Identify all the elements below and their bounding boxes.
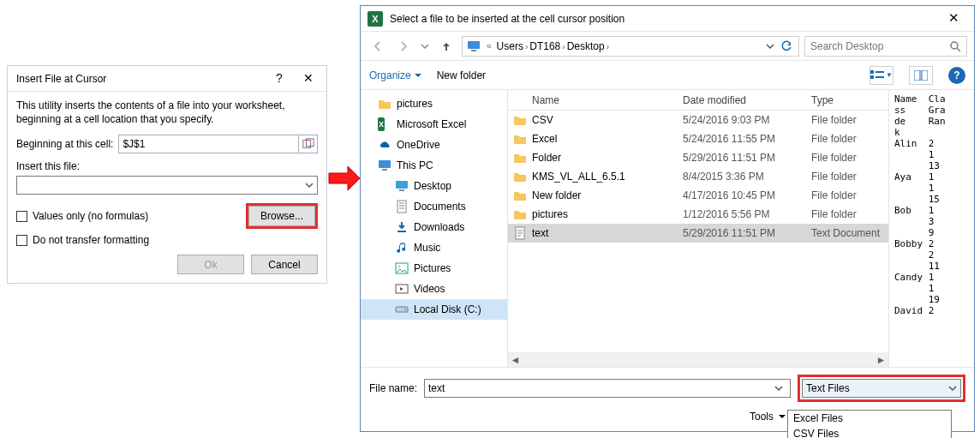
scroll-right-icon[interactable]: ► [874,352,888,367]
pictures-icon [395,261,409,275]
organize-button[interactable]: Organize [369,69,421,81]
file-dialog-footer: File name: Text Files Excel FilesCSV Fil… [361,367,974,431]
file-row[interactable]: CSV5/24/2016 9:03 PMFile folder [508,111,888,129]
filename-input[interactable] [425,382,774,394]
tree-item[interactable]: Videos [361,279,507,299]
cancel-button[interactable]: Cancel [251,255,318,274]
file-dialog-titlebar[interactable]: X Select a file to be inserted at the ce… [361,6,974,32]
recent-locations-button[interactable] [419,36,431,57]
tree-item[interactable]: Desktop [361,176,507,196]
tree-item[interactable]: Pictures [361,258,507,279]
tree-item[interactable]: Local Disk (C:) [361,299,507,320]
svg-rect-13 [382,169,387,171]
address-bar-row: « Users›DT168›Desktop› Search Desktop [361,32,974,61]
file-row[interactable]: Folder5/29/2016 11:51 PMFile folder [508,148,888,167]
file-type: File folder [811,133,888,145]
no-format-checkbox[interactable]: Do not transfer formatting [16,234,318,246]
ok-button[interactable]: Ok [177,255,244,274]
breadcrumb[interactable]: « Users›DT168›Desktop› [462,36,799,57]
view-mode-button[interactable]: ▼ [869,66,893,85]
file-name: pictures [532,208,683,220]
file-name: CSV [532,114,683,126]
folder-icon [508,113,532,127]
file-name: text [532,227,683,239]
help-icon[interactable]: ? [948,67,965,84]
col-type[interactable]: Type [811,94,888,106]
file-type: File folder [811,152,888,164]
filetype-option[interactable]: Excel Files [788,411,951,426]
file-row[interactable]: KMS_VL_ALL_6.5.18/4/2015 3:36 PMFile fol… [508,167,888,186]
tree-item-label: Microsoft Excel [397,118,466,130]
col-date[interactable]: Date modified [683,94,811,106]
tree-item[interactable]: Downloads [361,217,507,237]
file-name: New folder [532,189,683,201]
file-row[interactable]: Excel5/24/2016 11:55 PMFile folder [508,129,888,148]
browse-button[interactable]: Browse... [248,206,315,226]
nav-back-button[interactable] [368,36,388,57]
close-button[interactable]: ✕ [294,69,323,89]
insert-file-combo[interactable] [16,176,318,195]
svg-rect-8 [875,71,884,73]
values-only-checkbox[interactable]: Values only (no formulas) [16,210,148,222]
svg-rect-15 [399,189,404,191]
column-headers[interactable]: Name Date modified Type [508,90,888,111]
insert-file-label: Insert this file: [16,160,80,172]
refresh-icon[interactable] [778,36,795,57]
file-type: File folder [811,189,888,201]
close-button[interactable]: ✕ [936,9,971,29]
nav-up-button[interactable] [436,36,457,57]
help-button[interactable]: ? [265,69,294,89]
tree-item[interactable]: XMicrosoft Excel [361,114,507,135]
chevron-down-icon[interactable] [302,177,317,194]
text-file-icon [508,226,532,240]
filetype-option[interactable]: CSV Files [788,426,951,438]
filetype-select[interactable]: Text Files [802,379,961,398]
breadcrumb-item[interactable]: DT168 [529,40,560,52]
folder-tree[interactable]: picturesXMicrosoft ExcelOneDriveThis PCD… [361,90,508,367]
file-row[interactable]: text5/29/2016 11:51 PMText Document [508,224,888,243]
preview-pane-button[interactable] [909,66,933,85]
breadcrumb-item[interactable]: Users [497,40,523,52]
chevron-down-icon[interactable] [774,384,790,393]
filetype-dropdown[interactable]: Excel FilesCSV FilesText FilesPRN Files [787,410,952,438]
filename-combo[interactable] [424,379,791,398]
insert-file-input[interactable] [17,179,302,191]
chevron-down-icon[interactable] [766,42,774,51]
tree-item-label: Desktop [414,180,451,192]
tree-item[interactable]: pictures [361,93,507,114]
cell-reference-picker-icon[interactable] [298,135,317,153]
beginning-cell-input[interactable] [119,138,298,150]
tree-item[interactable]: OneDrive [361,135,507,155]
file-type: File folder [811,171,888,183]
nav-forward-button[interactable] [393,36,414,57]
svg-rect-9 [875,76,884,78]
svg-rect-20 [397,231,406,232]
svg-rect-10 [914,70,920,81]
dialog-titlebar[interactable]: Insert File at Cursor ? ✕ [8,66,326,92]
filename-label: File name: [369,382,417,394]
tree-item[interactable]: Music [361,237,507,258]
file-type: File folder [811,208,888,220]
tree-item[interactable]: Documents [361,196,507,217]
checkbox-icon [16,235,27,246]
music-icon [395,241,409,255]
horizontal-scrollbar[interactable]: ◄ ► [508,352,888,367]
col-name[interactable]: Name [508,94,683,106]
file-open-dialog: X Select a file to be inserted at the ce… [360,5,975,432]
new-folder-button[interactable]: New folder [437,69,486,81]
desktop-icon [395,179,409,193]
breadcrumb-item[interactable]: Desktop [567,40,605,52]
file-row[interactable]: pictures1/12/2016 5:56 PMFile folder [508,205,888,224]
tree-item-label: Videos [414,283,445,295]
file-name: Folder [532,152,683,164]
scroll-left-icon[interactable]: ◄ [508,352,523,367]
file-row[interactable]: New folder4/17/2016 10:45 PMFile folder [508,186,888,205]
folder-icon [378,97,391,111]
file-date: 5/29/2016 11:51 PM [683,152,811,164]
preview-pane: Name Cla ss Gra de Ran k Alin 2 1 13 Aya… [888,90,974,367]
tree-item[interactable]: This PC [361,155,507,176]
search-input[interactable]: Search Desktop [804,36,967,57]
file-date: 8/4/2015 3:36 PM [683,171,811,183]
insert-file-dialog: Insert File at Cursor ? ✕ This utility i… [7,65,327,284]
tools-button[interactable]: Tools [750,411,786,423]
